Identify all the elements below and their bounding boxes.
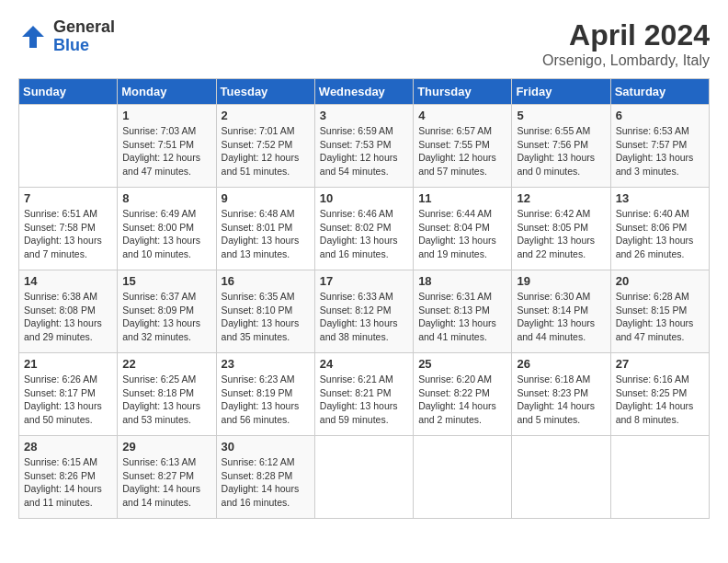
month-year: April 2024 xyxy=(542,18,710,52)
day-number: 5 xyxy=(517,109,605,122)
day-number: 2 xyxy=(222,109,310,122)
day-info: Sunrise: 6:57 AM Sunset: 7:55 PM Dayligh… xyxy=(418,124,506,178)
calendar-cell: 26Sunrise: 6:18 AM Sunset: 8:23 PM Dayli… xyxy=(512,353,610,436)
calendar-cell: 16Sunrise: 6:35 AM Sunset: 8:10 PM Dayli… xyxy=(216,270,314,353)
calendar-cell: 17Sunrise: 6:33 AM Sunset: 8:12 PM Dayli… xyxy=(314,270,413,353)
header-cell-thursday: Thursday xyxy=(414,79,512,105)
logo: General Blue xyxy=(18,18,115,55)
day-info: Sunrise: 6:44 AM Sunset: 8:04 PM Dayligh… xyxy=(418,207,506,261)
day-info: Sunrise: 6:37 AM Sunset: 8:09 PM Dayligh… xyxy=(122,290,210,344)
day-number: 13 xyxy=(616,191,704,205)
header-row: SundayMondayTuesdayWednesdayThursdayFrid… xyxy=(19,79,710,105)
day-number: 8 xyxy=(122,191,210,205)
day-number: 11 xyxy=(418,191,506,205)
calendar-cell: 1Sunrise: 7:03 AM Sunset: 7:51 PM Daylig… xyxy=(118,105,216,188)
calendar-cell: 22Sunrise: 6:25 AM Sunset: 8:18 PM Dayli… xyxy=(118,353,216,436)
day-number: 25 xyxy=(418,357,506,371)
calendar-cell xyxy=(314,436,413,519)
day-info: Sunrise: 7:03 AM Sunset: 7:51 PM Dayligh… xyxy=(122,124,210,178)
calendar-cell: 5Sunrise: 6:55 AM Sunset: 7:56 PM Daylig… xyxy=(512,105,610,188)
calendar-cell: 3Sunrise: 6:59 AM Sunset: 7:53 PM Daylig… xyxy=(314,105,413,188)
logo-icon xyxy=(18,22,48,52)
calendar-cell xyxy=(610,436,709,519)
day-info: Sunrise: 6:33 AM Sunset: 8:12 PM Dayligh… xyxy=(320,290,408,344)
calendar-cell xyxy=(414,436,512,519)
calendar-cell: 9Sunrise: 6:48 AM Sunset: 8:01 PM Daylig… xyxy=(216,188,314,270)
calendar-table: SundayMondayTuesdayWednesdayThursdayFrid… xyxy=(18,78,710,519)
day-info: Sunrise: 6:25 AM Sunset: 8:18 PM Dayligh… xyxy=(122,373,210,427)
day-number: 27 xyxy=(616,357,704,371)
header-cell-sunday: Sunday xyxy=(19,79,118,105)
location: Orsenigo, Lombardy, Italy xyxy=(542,52,710,69)
calendar-cell: 10Sunrise: 6:46 AM Sunset: 8:02 PM Dayli… xyxy=(314,188,413,270)
week-row-2: 7Sunrise: 6:51 AM Sunset: 7:58 PM Daylig… xyxy=(19,188,710,270)
calendar-cell: 8Sunrise: 6:49 AM Sunset: 8:00 PM Daylig… xyxy=(118,188,216,270)
title-block: April 2024 Orsenigo, Lombardy, Italy xyxy=(542,18,710,69)
day-info: Sunrise: 6:26 AM Sunset: 8:17 PM Dayligh… xyxy=(24,373,112,427)
day-info: Sunrise: 6:55 AM Sunset: 7:56 PM Dayligh… xyxy=(517,124,605,178)
day-number: 7 xyxy=(24,191,112,205)
day-number: 17 xyxy=(320,274,408,288)
day-info: Sunrise: 6:20 AM Sunset: 8:22 PM Dayligh… xyxy=(418,373,506,427)
calendar-cell: 14Sunrise: 6:38 AM Sunset: 8:08 PM Dayli… xyxy=(19,270,118,353)
week-row-5: 28Sunrise: 6:15 AM Sunset: 8:26 PM Dayli… xyxy=(19,436,710,519)
header-cell-saturday: Saturday xyxy=(610,79,709,105)
day-info: Sunrise: 6:40 AM Sunset: 8:06 PM Dayligh… xyxy=(616,207,704,261)
calendar-cell: 19Sunrise: 6:30 AM Sunset: 8:14 PM Dayli… xyxy=(512,270,610,353)
day-info: Sunrise: 6:21 AM Sunset: 8:21 PM Dayligh… xyxy=(320,373,408,427)
header-cell-wednesday: Wednesday xyxy=(314,79,413,105)
calendar-cell: 15Sunrise: 6:37 AM Sunset: 8:09 PM Dayli… xyxy=(118,270,216,353)
calendar-cell: 30Sunrise: 6:12 AM Sunset: 8:28 PM Dayli… xyxy=(216,436,314,519)
calendar-cell: 21Sunrise: 6:26 AM Sunset: 8:17 PM Dayli… xyxy=(19,353,118,436)
day-info: Sunrise: 7:01 AM Sunset: 7:52 PM Dayligh… xyxy=(222,124,310,178)
day-info: Sunrise: 6:23 AM Sunset: 8:19 PM Dayligh… xyxy=(222,373,310,427)
day-number: 22 xyxy=(122,357,210,371)
day-info: Sunrise: 6:38 AM Sunset: 8:08 PM Dayligh… xyxy=(24,290,112,344)
calendar-cell: 25Sunrise: 6:20 AM Sunset: 8:22 PM Dayli… xyxy=(414,353,512,436)
day-info: Sunrise: 6:48 AM Sunset: 8:01 PM Dayligh… xyxy=(222,207,310,261)
day-info: Sunrise: 6:31 AM Sunset: 8:13 PM Dayligh… xyxy=(418,290,506,344)
calendar-cell: 11Sunrise: 6:44 AM Sunset: 8:04 PM Dayli… xyxy=(414,188,512,270)
day-info: Sunrise: 6:16 AM Sunset: 8:25 PM Dayligh… xyxy=(616,373,704,427)
day-info: Sunrise: 6:51 AM Sunset: 7:58 PM Dayligh… xyxy=(24,207,112,261)
day-number: 6 xyxy=(616,109,704,122)
day-number: 14 xyxy=(24,274,112,288)
day-info: Sunrise: 6:13 AM Sunset: 8:27 PM Dayligh… xyxy=(122,455,210,510)
day-number: 3 xyxy=(320,109,408,122)
calendar-cell: 12Sunrise: 6:42 AM Sunset: 8:05 PM Dayli… xyxy=(512,188,610,270)
day-info: Sunrise: 6:49 AM Sunset: 8:00 PM Dayligh… xyxy=(122,207,210,261)
header-cell-monday: Monday xyxy=(118,79,216,105)
calendar-cell: 7Sunrise: 6:51 AM Sunset: 7:58 PM Daylig… xyxy=(19,188,118,270)
day-info: Sunrise: 6:46 AM Sunset: 8:02 PM Dayligh… xyxy=(320,207,408,261)
header-cell-friday: Friday xyxy=(512,79,610,105)
calendar-cell: 28Sunrise: 6:15 AM Sunset: 8:26 PM Dayli… xyxy=(19,436,118,519)
day-number: 10 xyxy=(320,191,408,205)
calendar-cell: 6Sunrise: 6:53 AM Sunset: 7:57 PM Daylig… xyxy=(610,105,709,188)
day-info: Sunrise: 6:42 AM Sunset: 8:05 PM Dayligh… xyxy=(517,207,605,261)
calendar-cell: 20Sunrise: 6:28 AM Sunset: 8:15 PM Dayli… xyxy=(610,270,709,353)
header-cell-tuesday: Tuesday xyxy=(216,79,314,105)
day-info: Sunrise: 6:18 AM Sunset: 8:23 PM Dayligh… xyxy=(517,373,605,427)
day-info: Sunrise: 6:28 AM Sunset: 8:15 PM Dayligh… xyxy=(616,290,704,344)
day-number: 26 xyxy=(517,357,605,371)
calendar-cell xyxy=(512,436,610,519)
header: General Blue April 2024 Orsenigo, Lombar… xyxy=(18,18,710,69)
calendar-cell xyxy=(19,105,118,188)
svg-marker-0 xyxy=(22,26,44,48)
day-number: 28 xyxy=(24,440,112,454)
calendar-cell: 24Sunrise: 6:21 AM Sunset: 8:21 PM Dayli… xyxy=(314,353,413,436)
day-info: Sunrise: 6:12 AM Sunset: 8:28 PM Dayligh… xyxy=(222,455,310,510)
day-number: 12 xyxy=(517,191,605,205)
day-info: Sunrise: 6:15 AM Sunset: 8:26 PM Dayligh… xyxy=(24,455,112,510)
logo-text: General Blue xyxy=(53,18,115,55)
week-row-1: 1Sunrise: 7:03 AM Sunset: 7:51 PM Daylig… xyxy=(19,105,710,188)
day-number: 20 xyxy=(616,274,704,288)
day-info: Sunrise: 6:30 AM Sunset: 8:14 PM Dayligh… xyxy=(517,290,605,344)
day-number: 15 xyxy=(122,274,210,288)
day-info: Sunrise: 6:59 AM Sunset: 7:53 PM Dayligh… xyxy=(320,124,408,178)
day-number: 19 xyxy=(517,274,605,288)
day-info: Sunrise: 6:35 AM Sunset: 8:10 PM Dayligh… xyxy=(222,290,310,344)
day-number: 16 xyxy=(222,274,310,288)
day-number: 9 xyxy=(222,191,310,205)
calendar-cell: 29Sunrise: 6:13 AM Sunset: 8:27 PM Dayli… xyxy=(118,436,216,519)
